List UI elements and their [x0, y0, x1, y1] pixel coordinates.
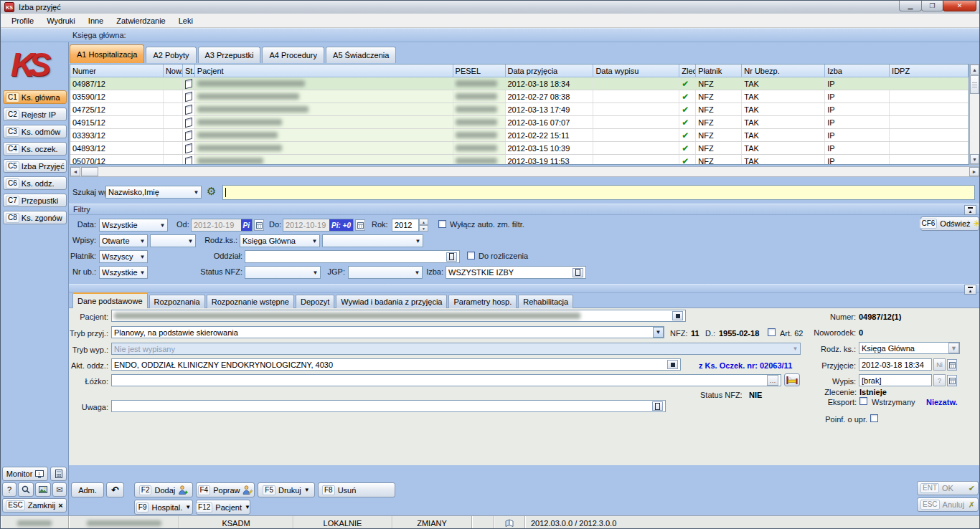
spin-up-icon[interactable]: ▲ [419, 219, 428, 225]
tab-a4[interactable]: A4 Procedury [262, 47, 324, 63]
filter-statusnfz-select[interactable]: ▼ [245, 266, 321, 279]
note-field[interactable] [111, 400, 666, 412]
scroll-right-icon[interactable]: ► [969, 167, 979, 176]
discharge-date-field[interactable]: [brak] [859, 374, 932, 386]
scroll-left-icon[interactable]: ◄ [70, 167, 80, 176]
waiting-book-link[interactable]: z Ks. Oczek. nr: 02063/11 [699, 361, 792, 370]
filter-entries-select[interactable]: Otwarte▼ [99, 234, 148, 247]
calendar-icon[interactable] [947, 359, 957, 371]
column-header-4[interactable]: Pacjent [195, 65, 453, 77]
gear-icon[interactable]: ⚙ [207, 185, 216, 198]
filter-year-input[interactable]: 2012 [392, 219, 419, 232]
close-button[interactable]: ✕ [943, 1, 976, 11]
year-spinner[interactable]: ▲▼ [419, 219, 428, 232]
tab-a1[interactable]: A1 Hospitalizacja [70, 44, 144, 63]
menu-item-4[interactable]: Zatwierdzanie [110, 15, 171, 27]
refresh-button[interactable]: CF6 Odśwież ✳ [920, 216, 979, 231]
adm-button[interactable]: Adm. [71, 482, 104, 497]
delete-button[interactable]: F8 Usuń [318, 482, 395, 497]
monitor-button[interactable]: Monitor 1 [2, 467, 48, 481]
undo-button[interactable]: ↶ [106, 482, 124, 497]
collapse-detail-icon[interactable]: ▲ [964, 285, 976, 295]
sidebar-item-c4[interactable]: C4Ks. oczek. [3, 142, 67, 156]
search-input[interactable] [222, 185, 975, 200]
sidebar-item-c1[interactable]: C1Ks. główna [3, 90, 67, 104]
scroll-up-icon[interactable]: ▲ [970, 65, 979, 75]
chevron-down-icon[interactable]: ▼ [948, 343, 959, 353]
admission-mode-select[interactable]: Planowy, na podstawie skierowania ▼ [111, 326, 664, 338]
art62-checkbox[interactable] [768, 328, 776, 336]
informed-checkbox[interactable] [870, 414, 878, 422]
hospital-button[interactable]: F9 Hospital. ▼ [134, 500, 193, 515]
column-header-3[interactable]: St. [183, 65, 195, 77]
column-header-5[interactable]: PESEL [453, 65, 506, 77]
detail-tab-1[interactable]: Dane podstawowe [72, 292, 148, 308]
auto-filter-checkbox[interactable] [438, 220, 446, 228]
calculator-button[interactable] [50, 467, 67, 481]
hscroll-thumb[interactable] [81, 167, 98, 176]
menu-item-1[interactable]: Profile [5, 15, 40, 27]
table-row[interactable]: 03393/122012-02-22 15:11✔NFZTAKIP [70, 129, 969, 142]
vscroll-thumb[interactable] [970, 75, 979, 94]
tab-a5[interactable]: A5 Świadczenia [326, 47, 396, 63]
column-header-6[interactable]: Data przyjęcia [506, 65, 594, 77]
print-button[interactable]: F5 Drukuj ▼ [258, 482, 315, 497]
filter-from-date[interactable]: 2012-10-19 Pi [191, 219, 253, 232]
current-ward-field[interactable]: ENDO, ODDZIAŁ KLINICZNY ENDOKRYNOLOGICZN… [111, 358, 681, 371]
filter-insurance-select[interactable]: Wszystkie▼ [99, 266, 148, 279]
ellipsis-icon[interactable]: … [767, 375, 778, 386]
image-button[interactable] [35, 482, 51, 497]
column-header-8[interactable]: Zlec. [679, 65, 696, 77]
picker-icon[interactable] [573, 268, 583, 277]
minimize-button[interactable]: ▁ [899, 1, 922, 11]
admission-date-field[interactable]: 2012-03-18 18:34 [859, 358, 932, 371]
table-row[interactable]: 04893/122012-03-15 10:39✔NFZTAKIP [70, 142, 969, 155]
sidebar-item-c2[interactable]: C2Rejestr IP [3, 108, 67, 121]
detail-tab-7[interactable]: Rehabilitacja [518, 295, 573, 308]
column-header-11[interactable]: Izba [825, 65, 890, 77]
menu-item-3[interactable]: Inne [82, 15, 110, 27]
picker-icon[interactable] [652, 401, 663, 411]
collapse-filters-icon[interactable]: ▲ [964, 205, 976, 215]
table-row[interactable]: 04987/122012-03-18 18:34✔NFZTAKIP [70, 77, 969, 90]
sidebar-item-c7[interactable]: C7Przepustki [3, 194, 67, 207]
column-header-7[interactable]: Data wypisu [593, 65, 679, 77]
menu-item-2[interactable]: Wydruki [40, 15, 82, 27]
calendar-icon[interactable] [254, 219, 264, 231]
select-ward-icon[interactable] [667, 360, 678, 369]
help-button[interactable]: ? [2, 482, 17, 497]
detail-tab-5[interactable]: Wywiad i badania z przyjęcia [336, 295, 447, 308]
bed-field[interactable]: … [111, 374, 781, 386]
filter-jgp-select[interactable]: ▼ [348, 266, 423, 279]
bed-button[interactable] [784, 373, 800, 386]
calendar-icon[interactable] [355, 219, 365, 231]
table-row[interactable]: 04915/122012-03-16 07:07✔NFZTAKIP [70, 116, 969, 129]
filter-to-date[interactable]: 2012-10-19 Pi: +0 [283, 219, 354, 232]
spin-down-icon[interactable]: ▼ [419, 225, 428, 232]
picker-icon[interactable] [446, 252, 457, 262]
column-header-12[interactable]: IDPZ [890, 65, 969, 77]
table-row[interactable]: 05070/122012-03-19 11:53✔NFZTAKIP [70, 155, 969, 165]
add-button[interactable]: F2 Dodaj [134, 482, 193, 497]
table-row[interactable]: 04725/122012-03-13 17:49✔NFZTAKIP [70, 103, 969, 116]
filter-bookkind-select[interactable]: Księga Główna▼ [240, 234, 320, 247]
sidebar-item-c3[interactable]: C3Ks. odmów [3, 125, 67, 138]
zoom-button[interactable] [18, 482, 34, 497]
tab-a3[interactable]: A3 Przepustki [198, 47, 261, 63]
detail-tab-6[interactable]: Parametry hosp. [448, 295, 517, 308]
billing-checkbox[interactable] [467, 252, 475, 259]
mail-button[interactable]: ✉ [52, 482, 67, 497]
chevron-down-icon[interactable]: ▼ [653, 327, 664, 338]
column-header-2[interactable]: Now. [164, 65, 183, 77]
column-header-9[interactable]: Płatnik [696, 65, 742, 77]
detail-tab-3[interactable]: Rozpoznanie wstępne [207, 295, 294, 308]
filter-date-select[interactable]: Wszystkie▼ [99, 219, 168, 232]
filter-payer-select[interactable]: Wszyscy▼ [99, 250, 148, 263]
filter-izba-input[interactable]: WSZYSTKIE IZBY [446, 266, 586, 279]
table-vscrollbar[interactable]: ▲ ▼ [969, 64, 980, 165]
column-header-10[interactable]: Nr Ubezp. [742, 65, 825, 77]
select-patient-icon[interactable] [672, 311, 683, 320]
column-header-1[interactable]: Numer [70, 65, 164, 77]
sidebar-item-c6[interactable]: C6Ks. oddz. [3, 176, 67, 190]
tab-a2[interactable]: A2 Pobyty [146, 47, 196, 63]
